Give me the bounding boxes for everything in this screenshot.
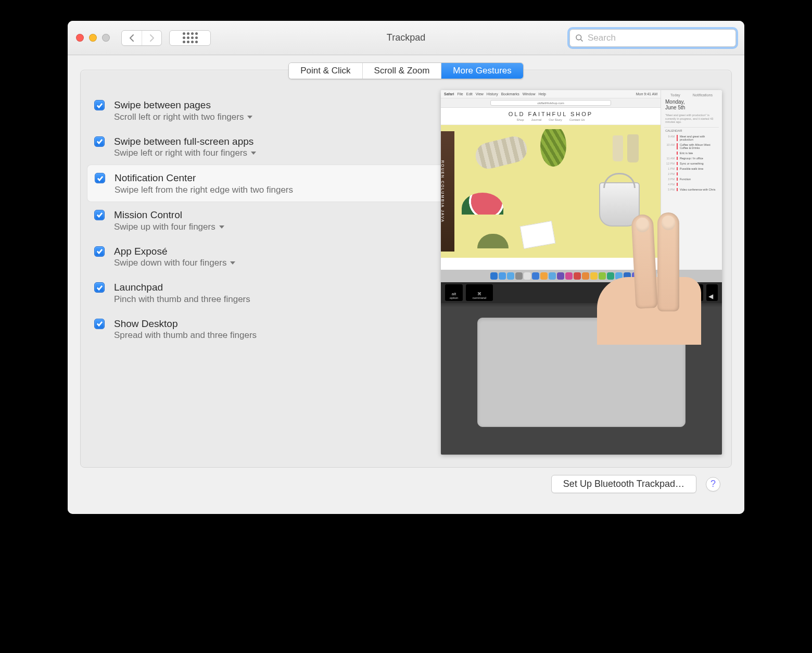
gesture-title: Mission Control [114,208,225,222]
gesture-mission-control[interactable]: Mission Control Swipe up with four finge… [81,202,441,238]
gesture-subtitle[interactable]: Swipe left or right with four fingers [114,148,257,158]
tab-bar: Point & Click Scroll & Zoom More Gesture… [288,62,524,79]
footer: Set Up Bluetooth Trackpad… ? [80,468,732,505]
check-icon [96,320,103,327]
search-field[interactable] [569,29,736,47]
preview-address-bar: oldfaithfulshop.com [441,98,661,108]
tab-scroll-and-zoom[interactable]: Scroll & Zoom [363,63,442,79]
gesture-app-expose[interactable]: App Exposé Swipe down with four fingers [81,238,441,275]
tab-point-and-click[interactable]: Point & Click [289,63,362,79]
gesture-preview: Safari File Edit View History Bookmarks … [441,90,722,455]
gesture-subtitle: Swipe left from the right edge with two … [115,185,293,195]
checkbox[interactable] [94,136,105,147]
preview-page-nav: Shop Journal Our Story Contact Us [441,118,661,125]
gesture-launchpad[interactable]: Launchpad Pinch with thumb and three fin… [81,274,441,311]
gesture-notification-center[interactable]: Notification Center Swipe left from the … [87,165,441,202]
gesture-title: Show Desktop [114,317,257,331]
gesture-title: Swipe between pages [114,98,253,112]
checkbox[interactable] [94,246,105,257]
preview-hero-image: ROUEN COLUMBIA JAVA [441,125,661,258]
check-icon [96,248,103,255]
zoom-window-button[interactable] [102,34,110,42]
gesture-subtitle[interactable]: Scroll left or right with two fingers [114,112,253,122]
gesture-title: Launchpad [114,281,250,294]
gesture-list: Swipe between pages Scroll left or right… [81,87,441,352]
forward-button[interactable] [142,31,161,45]
toolbar: Trackpad [68,21,744,55]
checkbox[interactable] [94,282,105,293]
gesture-title: Swipe between full-screen apps [114,135,257,148]
tab-more-gestures[interactable]: More Gestures [441,63,523,79]
preview-menubar: Safari File Edit View History Bookmarks … [441,90,661,98]
svg-line-1 [581,39,583,41]
check-icon [96,284,103,291]
setup-bluetooth-trackpad-button[interactable]: Set Up Bluetooth Trackpad… [551,475,696,493]
gesture-subtitle[interactable]: Swipe down with four fingers [114,258,236,268]
chevron-down-icon [250,150,257,156]
grid-icon [183,32,198,43]
gesture-title: App Exposé [114,245,236,258]
checkbox[interactable] [94,100,105,110]
gesture-swipe-between-pages[interactable]: Swipe between pages Scroll left or right… [81,92,441,129]
check-icon [96,211,103,218]
gesture-title: Notification Center [115,171,293,185]
gesture-subtitle[interactable]: Swipe up with four fingers [114,222,225,232]
minimize-window-button[interactable] [89,34,97,42]
show-all-button[interactable] [169,30,211,46]
chevron-down-icon [230,260,236,266]
preview-page-title: OLD FAITHFUL SHOP [441,108,661,118]
gesture-subtitle: Pinch with thumb and three fingers [114,294,250,305]
content-area: Point & Click Scroll & Zoom More Gesture… [68,55,744,514]
chevron-down-icon [219,224,225,230]
window-controls [76,34,110,42]
nav-button-group [121,30,162,46]
checkbox[interactable] [94,210,105,220]
gesture-swipe-between-fullscreen-apps[interactable]: Swipe between full-screen apps Swipe lef… [81,129,441,165]
check-icon [97,175,104,182]
gesture-show-desktop[interactable]: Show Desktop Spread with thumb and three… [81,311,441,347]
check-icon [96,138,103,145]
check-icon [96,102,103,109]
search-input[interactable] [588,33,730,43]
preferences-window: Trackpad Point & Click Scroll & Zoom Mor… [68,21,744,514]
checkbox[interactable] [94,319,105,329]
gesture-subtitle: Spread with thumb and three fingers [114,330,257,341]
close-window-button[interactable] [76,34,84,42]
chevron-down-icon [247,115,253,120]
checkbox[interactable] [95,173,105,183]
chevron-right-icon [149,34,155,42]
search-icon [575,34,583,42]
back-button[interactable] [122,31,142,45]
chevron-left-icon [129,34,135,42]
help-button[interactable]: ? [706,477,720,492]
svg-point-0 [576,35,581,40]
settings-panel: Point & Click Scroll & Zoom More Gesture… [80,70,732,468]
preview-screen: Safari File Edit View History Bookmarks … [441,90,722,270]
